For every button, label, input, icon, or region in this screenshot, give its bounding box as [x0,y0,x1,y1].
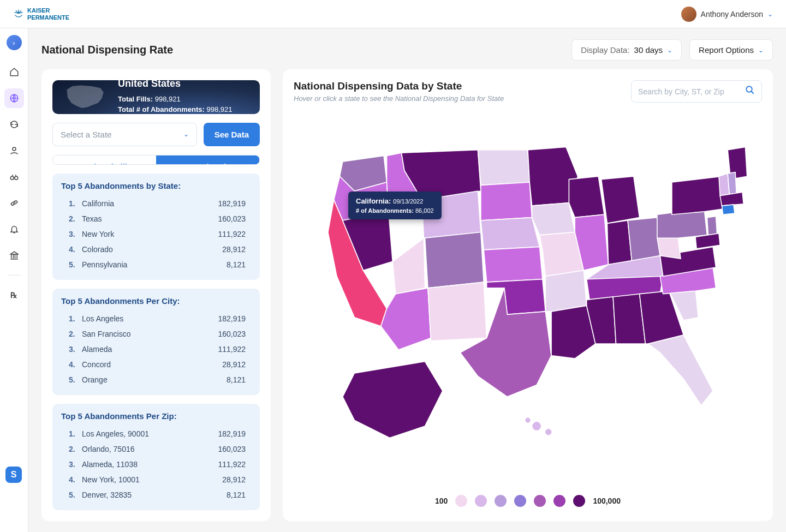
rank: 1. [69,429,79,438]
sidebar-item-globe[interactable] [4,88,24,108]
metric-tabs: Total # of Fills Total # of Abandonments [52,155,260,165]
map-tooltip: California:09/13/2022 # of Abandonments:… [348,192,442,219]
page-header: National Dispensing Rate Display Data: 3… [41,39,773,61]
chevron-down-icon: ⌄ [758,46,764,54]
rank: 1. [69,199,79,208]
list-item: 2.San Francisco160,023 [61,326,251,342]
list-item: 3.Alameda111,922 [61,342,251,357]
chevron-down-icon: ⌄ [183,130,189,138]
binoculars-icon [9,172,19,182]
state-wi [569,176,604,217]
item-value: 160,023 [218,330,246,338]
us-map[interactable]: California:09/13/2022 # of Abandonments:… [294,107,762,486]
bank-icon [9,250,19,260]
tab-fills[interactable]: Total # of Fills [53,156,156,165]
state-ks [484,247,543,282]
state-select[interactable]: Select a State ⌄ [52,123,197,146]
search-input[interactable] [638,87,740,96]
state-ok [487,279,546,314]
state-nm [428,282,487,341]
item-value: 28,912 [222,475,246,484]
svg-point-1 [13,147,16,151]
item-name: Orlando, 75016 [79,445,218,453]
sidebar-item-pill[interactable] [4,193,24,213]
legend-dot-5 [534,495,546,507]
item-name: Alameda [79,345,218,354]
map-card: National Dispensing Data by State Hover … [283,69,773,521]
item-value: 160,023 [218,214,246,223]
hero-aband-label: Total # of Abandonments: [118,105,205,113]
display-data-dropdown[interactable]: Display Data: 30 days ⌄ [571,39,682,61]
item-value: 182,919 [218,199,246,208]
item-value: 160,023 [218,445,246,453]
legend-dot-1 [455,495,467,507]
tooltip-metric-value: 86,002 [415,207,434,214]
state-ct [722,204,735,214]
map-search[interactable] [631,80,762,103]
item-name: Orange [79,375,227,384]
user-menu[interactable]: Anthony Anderson ⌄ [681,7,773,22]
state-ut [392,238,425,294]
map-legend: 100 100,000 [294,486,762,510]
tooltip-date: 09/13/2022 [393,198,423,205]
state-nj [707,216,717,236]
tab-abandonments[interactable]: Total # of Abandonments [156,156,259,165]
home-icon [9,67,19,77]
svg-point-3 [14,176,17,180]
item-name: Texas [79,214,218,223]
state-co [425,232,484,288]
user-name: Anthony Anderson [701,10,763,19]
legend-max: 100,000 [593,497,621,505]
state-ne [481,217,540,249]
search-icon [745,85,755,98]
app-badge[interactable]: S [5,467,22,483]
pill-icon [9,198,19,208]
item-value: 28,912 [222,245,246,254]
state-ia [532,202,575,235]
state-mi [602,176,640,223]
svg-point-2 [10,176,14,180]
rank: 4. [69,245,79,254]
state-sd [481,182,532,220]
item-value: 111,922 [218,345,246,354]
page-title: National Dispensing Rate [41,44,173,56]
state-nd [478,150,529,185]
sync-icon [9,119,19,129]
top-cities-heading: Top 5 Abandonments Per City: [61,296,251,306]
rank: 4. [69,475,79,484]
sidebar-item-sync[interactable] [4,115,24,134]
sidebar-item-bell[interactable] [4,219,24,239]
chevron-down-icon: ⌄ [767,10,773,18]
report-options-dropdown[interactable]: Report Options ⌄ [689,39,773,61]
brand-line2: PERMANENTE [27,14,69,21]
chevron-down-icon: ⌄ [667,46,672,54]
legend-dot-2 [475,495,487,507]
topbar: KAISER PERMANENTE Anthony Anderson ⌄ [0,0,786,28]
sidebar-item-rx[interactable]: ℞ [4,285,24,305]
sidebar-item-home[interactable] [4,62,24,82]
state-fl [648,335,713,405]
top-zips-heading: Top 5 Abandonments Per Zip: [61,411,251,421]
list-item: 2.Texas160,023 [61,211,251,226]
map-title: National Dispensing Data by State [294,80,504,92]
item-value: 8,121 [227,375,246,384]
sidebar-toggle[interactable]: › [7,35,22,50]
item-name: Colorado [79,245,222,254]
state-nh [728,172,736,194]
list-item: 4.New York, 1000128,912 [61,472,251,487]
state-ar [545,270,586,311]
legend-dot-6 [553,495,565,507]
tooltip-metric-label: # of Abandonments: [356,207,414,214]
rank: 5. [69,260,79,269]
item-name: California [79,199,218,208]
kaiser-icon [13,9,24,20]
item-name: New York, 10001 [79,475,222,484]
sidebar-item-user[interactable] [4,141,24,160]
brand-logo: KAISER PERMANENTE [13,7,69,20]
see-data-button[interactable]: See Data [204,123,260,146]
sidebar-item-binoculars[interactable] [4,167,24,187]
list-item: 5.Denver, 328358,121 [61,487,251,503]
sidebar-item-bank[interactable] [4,246,24,265]
tooltip-state: California: [356,197,391,205]
hero-fills-label: Total Fills: [118,95,153,103]
